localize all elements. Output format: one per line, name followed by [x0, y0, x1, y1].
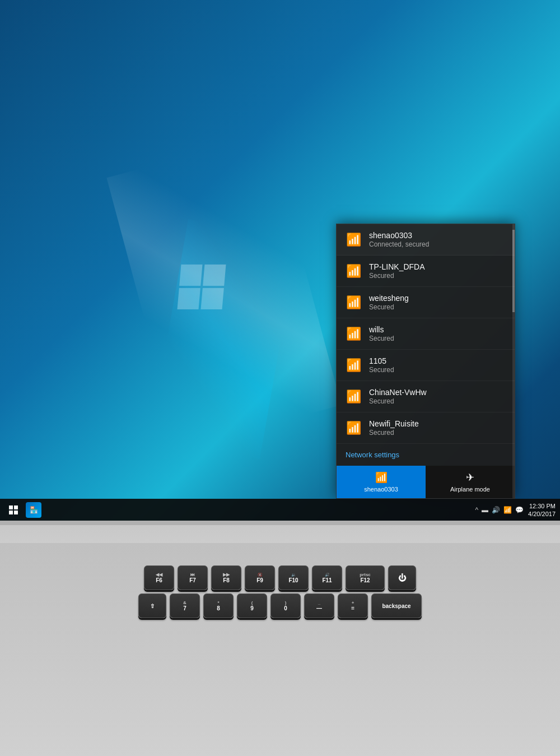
- key-f9[interactable]: 🔇 F9: [245, 565, 275, 590]
- key-minus[interactable]: _ —: [304, 593, 334, 618]
- wifi-network-tp-link-dfda[interactable]: 📶 TP-LINK_DFDA Secured: [337, 256, 515, 287]
- key-f10[interactable]: 🔉 F10: [278, 565, 309, 590]
- wifi-signal-icon: 📶: [346, 389, 361, 404]
- svg-rect-1: [14, 505, 18, 509]
- airplane-mode-label: Airplane mode: [450, 486, 490, 493]
- screen: 📶 shenao0303 Connected, secured 📶 TP-LIN…: [0, 0, 560, 521]
- key-power[interactable]: ⏻: [388, 565, 416, 590]
- network-list: 📶 shenao0303 Connected, secured 📶 TP-LIN…: [337, 224, 515, 444]
- wifi-signal-icon: 📶: [346, 421, 361, 435]
- taskbar-right: ^ ▬ 🔊 📶 💬 12:30 PM 4/20/2017: [475, 502, 556, 518]
- wifi-network-info: wills Secured: [369, 325, 394, 342]
- key-f8[interactable]: ▶▶ F8: [211, 565, 241, 590]
- wifi-network-status: Secured: [369, 272, 425, 280]
- wifi-network-wills[interactable]: 📶 wills Secured: [337, 318, 515, 350]
- search-button[interactable]: 🏪: [25, 501, 43, 519]
- wifi-network-info: ChinaNet-VwHw Secured: [369, 388, 427, 405]
- scrollbar-thumb: [512, 230, 515, 312]
- wifi-signal-icon: 📶: [346, 295, 361, 310]
- key-f11[interactable]: 🔊 F11: [312, 565, 342, 590]
- quick-actions-bar: 📶 shenao0303 ✈ Airplane mode: [337, 466, 515, 498]
- key-f7[interactable]: ⏭ F7: [178, 565, 208, 590]
- keyboard-row-num: ⇧ & 7 * 8 ( 9 ) 0 _ — +: [138, 593, 422, 618]
- wifi-network-newifi-ruisite[interactable]: 📶 Newifi_Ruisite Secured: [337, 412, 515, 444]
- store-icon: 🏪: [26, 502, 41, 518]
- wifi-signal-icon: 📶: [346, 264, 361, 279]
- wifi-network-info: 1105 Secured: [369, 356, 394, 374]
- wifi-signal-icon: 📶: [346, 233, 361, 247]
- wifi-network-name: shenao0303: [369, 231, 429, 240]
- wifi-network-1105[interactable]: 📶 1105 Secured: [337, 350, 515, 381]
- panel-scrollbar[interactable]: [512, 224, 515, 498]
- clock-time: 12:30 PM: [528, 502, 556, 510]
- keyboard-row-fn: ◀◀ F6 ⏭ F7 ▶▶ F8 🔇 F9 🔉 F10 🔊 F11: [144, 565, 416, 590]
- wifi-network-name: wills: [369, 325, 394, 334]
- wifi-network-weitesheng[interactable]: 📶 weitesheng Secured: [337, 287, 515, 318]
- wifi-toggle-button[interactable]: 📶 shenao0303: [337, 466, 426, 498]
- wifi-network-chinanet-vwhw[interactable]: 📶 ChinaNet-VwHw Secured: [337, 381, 515, 412]
- message-icon[interactable]: 💬: [515, 506, 524, 514]
- wifi-signal-icon: 📶: [346, 358, 361, 373]
- key-backspace[interactable]: backspace: [371, 593, 422, 618]
- wifi-network-info: TP-LINK_DFDA Secured: [369, 262, 425, 280]
- wifi-panel: 📶 shenao0303 Connected, secured 📶 TP-LIN…: [336, 224, 515, 499]
- laptop-body: ◀◀ F6 ⏭ F7 ▶▶ F8 🔇 F9 🔉 F10 🔊 F11: [0, 521, 560, 756]
- volume-icon[interactable]: 🔊: [492, 506, 500, 514]
- key-8[interactable]: * 8: [203, 593, 234, 618]
- wifi-signal-icon: 📶: [346, 327, 361, 341]
- key-f12[interactable]: prtsc F12: [346, 565, 385, 590]
- key-7[interactable]: & 7: [170, 593, 200, 618]
- wifi-network-info: weitesheng Secured: [369, 294, 409, 311]
- keyboard-area: ◀◀ F6 ⏭ F7 ▶▶ F8 🔇 F9 🔉 F10 🔊 F11: [0, 543, 560, 756]
- svg-rect-3: [14, 511, 18, 514]
- wifi-network-name: Newifi_Ruisite: [369, 419, 419, 428]
- clock-date: 4/20/2017: [528, 510, 556, 518]
- system-tray: ^ ▬ 🔊 📶 💬: [475, 506, 524, 514]
- wifi-network-info: shenao0303 Connected, secured: [369, 231, 429, 248]
- wifi-network-name: TP-LINK_DFDA: [369, 262, 425, 271]
- airplane-mode-button[interactable]: ✈ Airplane mode: [426, 466, 515, 498]
- wifi-network-status: Secured: [369, 429, 419, 437]
- taskbar-left: 🏪: [4, 501, 43, 519]
- wifi-network-name: 1105: [369, 356, 394, 365]
- wifi-tray-icon[interactable]: 📶: [503, 506, 512, 514]
- airplane-icon: ✈: [466, 471, 474, 484]
- wifi-network-shenao0303[interactable]: 📶 shenao0303 Connected, secured: [337, 224, 515, 256]
- wifi-network-status: Secured: [369, 366, 394, 374]
- wifi-network-status: Secured: [369, 335, 394, 342]
- wifi-network-name: weitesheng: [369, 294, 409, 303]
- svg-rect-0: [9, 505, 13, 509]
- windows-logo: [179, 265, 224, 309]
- key-shift-left[interactable]: ⇧: [138, 593, 166, 618]
- wifi-network-status: Secured: [369, 303, 409, 311]
- wifi-network-info: Newifi_Ruisite Secured: [369, 419, 419, 437]
- svg-rect-2: [9, 511, 13, 514]
- battery-icon[interactable]: ▬: [482, 506, 488, 514]
- taskbar: 🏪 ^ ▬ 🔊 📶 💬 12:30 PM 4/20/2017: [0, 499, 560, 521]
- wifi-network-status: Connected, secured: [369, 240, 429, 248]
- wifi-quick-icon: 📶: [375, 471, 388, 484]
- key-0[interactable]: ) 0: [270, 593, 301, 618]
- wifi-toggle-label: shenao0303: [364, 486, 398, 493]
- wifi-network-name: ChinaNet-VwHw: [369, 388, 427, 397]
- key-9[interactable]: ( 9: [237, 593, 267, 618]
- network-settings-link[interactable]: Network settings: [337, 444, 515, 466]
- start-button[interactable]: [4, 501, 22, 519]
- wifi-network-status: Secured: [369, 397, 427, 405]
- chevron-up-icon[interactable]: ^: [475, 506, 478, 514]
- key-equals[interactable]: + =: [338, 593, 368, 618]
- key-f6[interactable]: ◀◀ F6: [144, 565, 174, 590]
- clock[interactable]: 12:30 PM 4/20/2017: [528, 502, 556, 518]
